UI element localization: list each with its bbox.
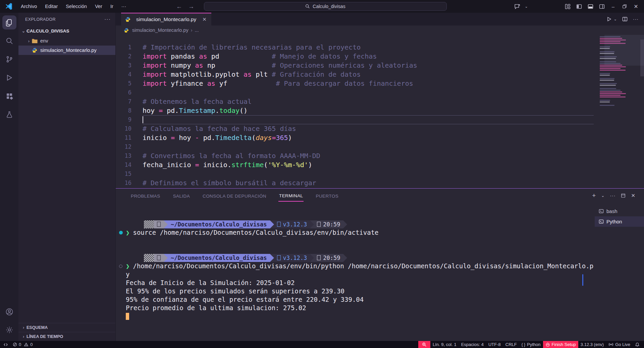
split-editor-icon[interactable] [622, 16, 628, 22]
run-python-file-icon[interactable] [606, 16, 612, 22]
file-item-env[interactable]: ›env [18, 36, 115, 46]
activity-settings-icon[interactable] [2, 323, 16, 337]
activity-search-icon[interactable] [2, 34, 16, 48]
code-line-1[interactable]: 1# Importación de librerías necesarias p… [116, 43, 594, 52]
code-line-15[interactable]: 15 [116, 169, 594, 179]
line-number: 16 [116, 179, 143, 188]
code-line-16[interactable]: 16# Definimos el símbolo bursátil a desc… [116, 179, 594, 188]
problems-indicator[interactable]: 0 0 [10, 341, 35, 348]
terminal-dropdown-chevron-icon[interactable]: ⌄ [601, 193, 604, 198]
minimize-button[interactable]: – [608, 2, 618, 11]
code-line-9[interactable]: 9 [116, 115, 594, 124]
toggle-panel-icon[interactable] [586, 2, 595, 11]
folder-icon [32, 38, 38, 44]
menu-editar[interactable]: Editar [42, 2, 61, 10]
code-text [143, 169, 594, 179]
menu-archivo[interactable]: Archivo [17, 2, 40, 10]
panel-tab-problemas[interactable]: PROBLEMAS [130, 190, 161, 201]
code-line-7[interactable]: 7# Obtenemos la fecha actual [116, 97, 594, 106]
activity-extensions-icon[interactable] [2, 89, 16, 103]
tab-close-icon[interactable]: ✕ [202, 16, 207, 22]
screencast-zoom-indicator[interactable] [418, 341, 430, 348]
maximize-panel-icon[interactable] [621, 193, 626, 198]
finish-setup-button[interactable]: Finish Setup [543, 341, 578, 348]
chat-icon[interactable] [513, 2, 522, 11]
activity-testing-icon[interactable] [2, 108, 16, 122]
section-esquema[interactable]: ›ESQUEMA [18, 323, 115, 332]
activity-source-control-icon[interactable] [2, 52, 16, 66]
section-l-nea-de-tiempo[interactable]: ›LÍNEA DE TIEMPO [18, 332, 115, 341]
breadcrumb-symbol[interactable]: ... [195, 27, 199, 33]
code-line-10[interactable]: 10# Calculamos la fecha de hace 365 días [116, 124, 594, 133]
close-button[interactable]: ✕ [631, 2, 641, 11]
tab-simulacion-montecarlo[interactable]: simulacion_Montecarlo.py ✕ [121, 13, 211, 25]
terminal-list-item-bash[interactable]: bash [595, 206, 644, 216]
terminal-viewport[interactable]: ~/Documentos/Calculo_divisasv3.12.320:59… [116, 203, 594, 341]
code-line-2[interactable]: 2import pandas as pd # Manejo de datos y… [116, 52, 594, 61]
new-terminal-icon[interactable]: + [592, 192, 596, 199]
command-decoration-gutter[interactable] [116, 231, 126, 234]
toggle-primary-sidebar-icon[interactable] [574, 2, 584, 11]
notifications-bell-icon[interactable] [633, 341, 642, 348]
remote-indicator[interactable] [0, 341, 10, 348]
code-line-13[interactable]: 13# Convertimos la fecha al formato AAAA… [116, 151, 594, 160]
menu-overflow-icon[interactable]: ··· [118, 2, 130, 10]
clock-glyph-box [317, 222, 321, 227]
terminal-block-gap [116, 237, 594, 254]
code-line-12[interactable]: 12 [116, 142, 594, 151]
toggle-secondary-sidebar-icon[interactable] [597, 2, 606, 11]
menu-seleccin[interactable]: Selección [62, 2, 90, 10]
terminal-list-label: bash [606, 208, 618, 214]
activity-explorer-icon[interactable] [2, 15, 16, 29]
code-editor[interactable]: 1# Importación de librerías necesarias p… [116, 35, 644, 188]
nav-back-icon[interactable]: ← [176, 3, 182, 10]
explorer-more-actions-icon[interactable]: ··· [104, 16, 111, 22]
nav-forward-icon[interactable]: → [188, 3, 194, 10]
terminal-icon [599, 219, 604, 224]
python-interpreter[interactable]: 3.12.3 (env) [578, 341, 606, 348]
breadcrumb-file[interactable]: simulacion_Montecarlo.py [132, 27, 189, 33]
cursor-position[interactable]: Lín. 9, col. 1 [430, 341, 459, 348]
restore-button[interactable] [620, 2, 629, 11]
customize-layout-icon[interactable] [563, 2, 572, 11]
language-mode[interactable]: { } Python [519, 341, 543, 348]
eol-sequence[interactable]: CRLF [503, 341, 519, 348]
code-line-4[interactable]: 4import matplotlib.pyplot as plt # Grafi… [116, 70, 594, 79]
panel-tab-terminal[interactable]: TERMINAL [278, 190, 304, 202]
minimap-slider[interactable] [604, 35, 644, 66]
code-line-6[interactable]: 6 [116, 88, 594, 97]
menu-ver[interactable]: Ver [92, 2, 106, 10]
file-item-simulacion-Montecarlo-py[interactable]: simulacion_Montecarlo.py [18, 46, 115, 55]
editor-more-actions-icon[interactable]: ··· [633, 16, 639, 22]
panel-tab-consola-de-depuraci-n[interactable]: CONSOLA DE DEPURACIÓN [202, 190, 267, 201]
chevron-down-icon[interactable]: ⌄ [524, 2, 529, 11]
activity-account-icon[interactable] [2, 305, 16, 319]
panel-more-actions-icon[interactable]: ··· [610, 193, 615, 198]
code-line-11[interactable]: 11inicio = hoy - pd.Timedelta(days=365) [116, 133, 594, 142]
encoding[interactable]: UTF-8 [486, 341, 503, 348]
code-line-14[interactable]: 14fecha_inicio = inicio.strftime('%Y-%m-… [116, 160, 594, 169]
terminal-scrollbar-thumb[interactable] [582, 274, 583, 286]
code-line-5[interactable]: 5import yfinance as yf # Para descargar … [116, 79, 594, 88]
activity-run-debug-icon[interactable] [2, 71, 16, 85]
terminal-block-cursor [126, 313, 129, 320]
indentation[interactable]: Espacios: 4 [459, 341, 486, 348]
code-line-3[interactable]: 3import numpy as np # Operaciones numéri… [116, 61, 594, 70]
panel-tab-salida[interactable]: SALIDA [172, 190, 191, 201]
close-panel-icon[interactable]: ✕ [631, 193, 635, 199]
command-decoration-gutter[interactable] [116, 265, 126, 268]
code-line-8[interactable]: 8hoy = pd.Timestamp.today() [116, 106, 594, 115]
menu-ir[interactable]: Ir [107, 2, 117, 10]
command-center-search[interactable]: Calculo_divisas [204, 2, 447, 11]
breadcrumb[interactable]: simulacion_Montecarlo.py › ... [116, 25, 644, 35]
command-decoration-filled[interactable] [119, 231, 123, 234]
go-live-button[interactable]: Go Live [606, 341, 633, 348]
run-dropdown-chevron-icon[interactable]: ⌄ [614, 17, 617, 21]
folder-root[interactable]: ⌄ CALCULO_DIVISAS [18, 26, 115, 36]
terminal-list-item-python[interactable]: Python [595, 216, 644, 227]
panel-tab-puertos[interactable]: PUERTOS [315, 190, 339, 201]
powerline-arrow [310, 220, 314, 228]
command-decoration-outline[interactable] [119, 265, 122, 268]
python-file-icon [125, 17, 131, 22]
editor-scrollbar-thumb[interactable] [640, 40, 644, 76]
